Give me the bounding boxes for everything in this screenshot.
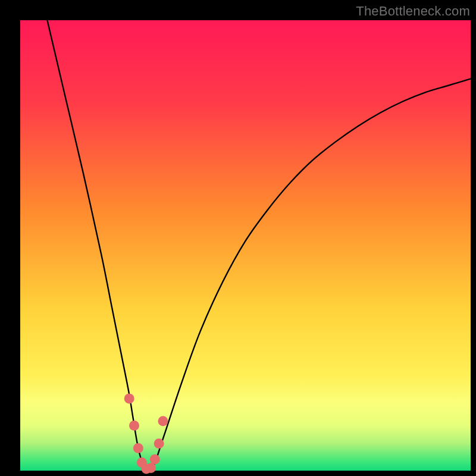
marker-dot [158,416,168,426]
marker-dot [150,455,160,465]
chart-svg [20,20,471,471]
watermark-text: TheBottleneck.com [356,4,470,19]
chart-frame: TheBottleneck.com [0,0,476,476]
marker-dot [154,439,164,449]
marker-dot [124,393,134,403]
marker-dot [129,421,139,431]
bottleneck-curve [47,20,471,472]
marker-dot [133,443,143,453]
